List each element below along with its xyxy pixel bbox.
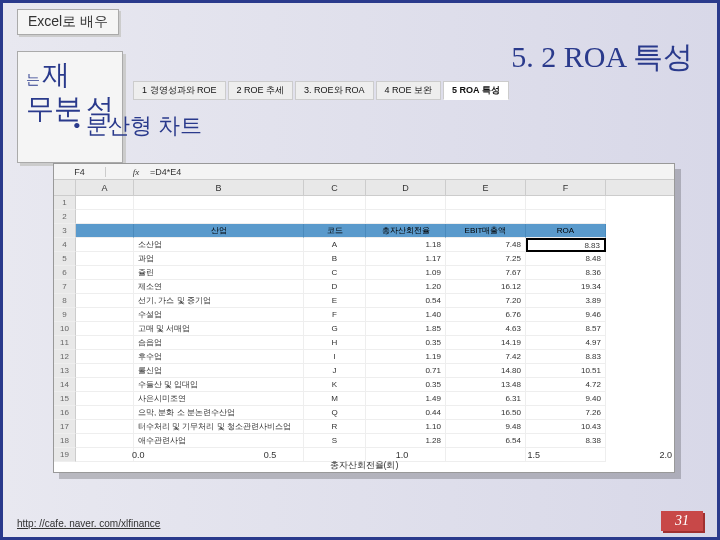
col-D[interactable]: D — [366, 180, 446, 195]
table-row: 12후수업I1.197.428.83 — [54, 350, 674, 364]
tab-5[interactable]: 5 ROA 특성 — [443, 81, 509, 100]
row-head[interactable]: 5 — [54, 252, 76, 266]
book-title-label: Excel로 배우 — [17, 9, 119, 35]
slide: Excel로 배우 는 재 무분 석 5. 2 ROA 특성 1 경영성과와 R… — [0, 0, 720, 540]
name-box[interactable]: F4 — [54, 167, 106, 177]
column-headers: A B C D E F — [54, 180, 674, 196]
col-A[interactable]: A — [76, 180, 134, 195]
side-label-box: 는 재 무분 석 — [17, 51, 123, 163]
row-head[interactable]: 1 — [54, 196, 76, 210]
col-C[interactable]: C — [304, 180, 366, 195]
formula-bar: F4 fx =D4*E4 — [54, 164, 674, 180]
table-row: 10고매 및 서매업G1.854.638.57 — [54, 322, 674, 336]
table-row: 9수설업F1.406.769.46 — [54, 308, 674, 322]
tab-1[interactable]: 1 경영성과와 ROE — [133, 81, 226, 100]
chart-x-label: 총자산회전율(회) — [54, 459, 674, 472]
formula-input[interactable]: =D4*E4 — [144, 167, 674, 177]
row-head[interactable]: 17 — [54, 420, 76, 434]
table-row: 11슴읍업H0.3514.194.97 — [54, 336, 674, 350]
table-row: 14수들산 및 입대입K0.3513.484.72 — [54, 378, 674, 392]
table-row: 15사은시미조연M1.496.319.40 — [54, 392, 674, 406]
row-head[interactable]: 12 — [54, 350, 76, 364]
excel-screenshot: F4 fx =D4*E4 A B C D E F 1 2 3산업코드총자산회전율… — [53, 163, 675, 473]
col-B[interactable]: B — [134, 180, 304, 195]
tab-3[interactable]: 3. ROE와 ROA — [295, 81, 374, 100]
table-row: 2 — [54, 210, 674, 224]
row-head[interactable]: 3 — [54, 224, 76, 238]
table-row: 17터수처리 및 기무처리 및 청소관련사비스업R1.109.4810.43 — [54, 420, 674, 434]
row-head[interactable]: 9 — [54, 308, 76, 322]
row-head[interactable]: 11 — [54, 336, 76, 350]
row-head[interactable]: 4 — [54, 238, 76, 252]
table-row: 4소산업A1.187.488.83 — [54, 238, 674, 252]
grid-rows: 1 2 3산업코드총자산회전율EBIT매출액ROA 4소산업A1.187.488… — [54, 196, 674, 462]
row-head[interactable]: 16 — [54, 406, 76, 420]
footer-link[interactable]: http: //cafe. naver. com/xlfinance — [17, 518, 160, 529]
table-row: 18애수관련사업S1.286.548.38 — [54, 434, 674, 448]
row-head[interactable]: 2 — [54, 210, 76, 224]
tab-4[interactable]: 4 ROE 보완 — [376, 81, 442, 100]
tab-2[interactable]: 2 ROE 추세 — [228, 81, 294, 100]
fx-icon[interactable]: fx — [128, 167, 144, 177]
table-header-row: 3산업코드총자산회전율EBIT매출액ROA — [54, 224, 674, 238]
table-row: 6쥴린C1.097.678.36 — [54, 266, 674, 280]
row-head[interactable]: 14 — [54, 378, 76, 392]
table-row: 16으막, 분화 소 분논련수산업Q0.4416.507.26 — [54, 406, 674, 420]
row-head[interactable]: 15 — [54, 392, 76, 406]
col-F[interactable]: F — [526, 180, 606, 195]
table-row: 13롤신업J0.7114.8010.51 — [54, 364, 674, 378]
table-row: 7제소연D1.2016.1219.34 — [54, 280, 674, 294]
row-head[interactable]: 10 — [54, 322, 76, 336]
row-head[interactable]: 13 — [54, 364, 76, 378]
table-row: 1 — [54, 196, 674, 210]
col-E[interactable]: E — [446, 180, 526, 195]
tabs: 1 경영성과와 ROE 2 ROE 추세 3. ROE와 ROA 4 ROE 보… — [133, 81, 509, 100]
row-head[interactable]: 8 — [54, 294, 76, 308]
page-title: 5. 2 ROA 특성 — [511, 37, 693, 78]
select-all-corner[interactable] — [54, 180, 76, 195]
row-head[interactable]: 18 — [54, 434, 76, 448]
bullet-title: • 분산형 차트 — [73, 111, 202, 141]
side-text-1a: 는 — [26, 71, 40, 88]
table-row: 5과업B1.177.258.48 — [54, 252, 674, 266]
row-head[interactable]: 7 — [54, 280, 76, 294]
row-head[interactable]: 6 — [54, 266, 76, 280]
side-text-1b: 재 — [42, 58, 70, 92]
selected-cell[interactable]: 8.83 — [526, 238, 606, 252]
page-number: 31 — [661, 511, 703, 531]
table-row: 8선기, 가스 및 증기업E0.547.203.89 — [54, 294, 674, 308]
